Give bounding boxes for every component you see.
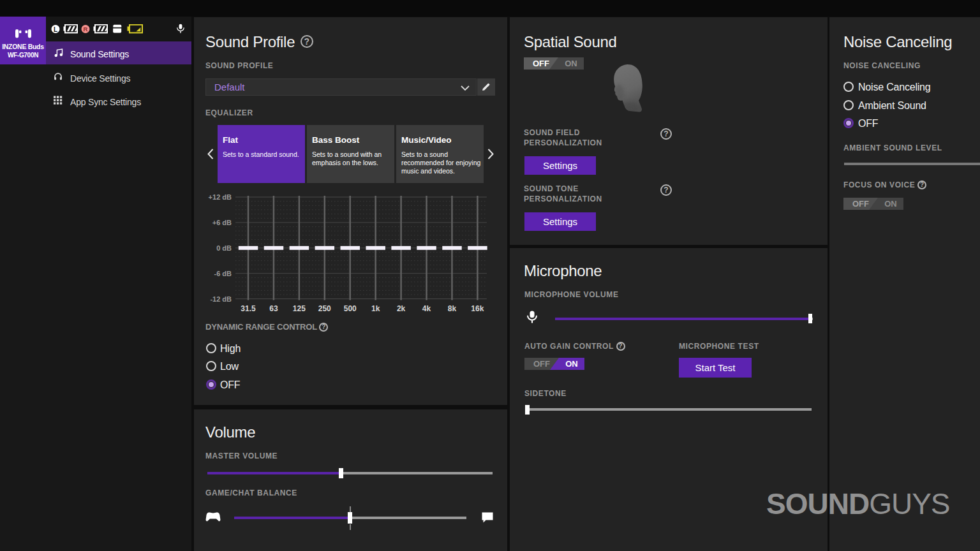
- svg-text:2k: 2k: [397, 304, 406, 313]
- svg-text:+12 dB: +12 dB: [209, 193, 232, 201]
- svg-text:63: 63: [269, 304, 278, 313]
- svg-text:-12 dB: -12 dB: [210, 295, 232, 303]
- svg-text:+6 dB: +6 dB: [212, 219, 232, 226]
- svg-text:8k: 8k: [448, 304, 457, 313]
- svg-text:16k: 16k: [471, 304, 484, 313]
- svg-text:500: 500: [344, 304, 357, 313]
- svg-text:0 dB: 0 dB: [216, 244, 232, 252]
- svg-text:R: R: [84, 26, 88, 33]
- svg-text:4k: 4k: [422, 304, 431, 313]
- svg-text:L: L: [54, 26, 57, 33]
- svg-text:31.5: 31.5: [241, 304, 256, 313]
- svg-text:-6 dB: -6 dB: [214, 270, 232, 277]
- svg-text:250: 250: [318, 304, 331, 313]
- svg-text:1k: 1k: [371, 304, 380, 313]
- svg-text:125: 125: [293, 304, 306, 313]
